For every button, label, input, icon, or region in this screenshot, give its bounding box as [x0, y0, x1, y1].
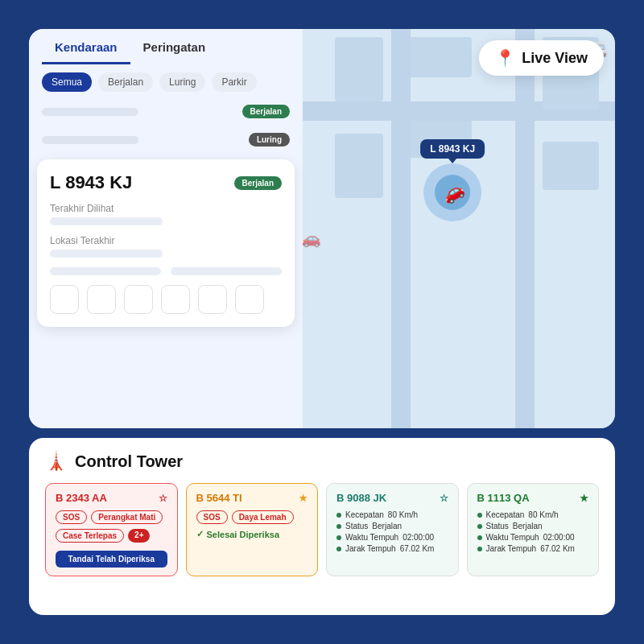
- checkmark-icon: ✓: [196, 529, 204, 539]
- badge-count: 2+: [128, 529, 150, 543]
- control-tower-header: 🗼 Control Tower: [45, 451, 599, 472]
- selesai-label: Selesai Diperiksa: [207, 530, 280, 539]
- ct-info-waktu-3: Waktu Tempuh 02:00:00: [336, 533, 448, 542]
- card-icon-5[interactable]: [198, 285, 227, 314]
- last-seen-label: Terakhir Dilihat: [50, 203, 282, 214]
- ct-star-1[interactable]: ☆: [159, 493, 167, 504]
- dot-4-1: [477, 513, 482, 518]
- ct-info-jarak-3: Jarak Tempuh 67.02 Km: [336, 544, 448, 553]
- ct-card-b2343aa: B 2343 AA ☆ SOS Perangkat Mati Case Terl…: [45, 483, 178, 576]
- pin-icon: 📍: [495, 48, 515, 68]
- map-marker: L 8943 KJ 🚗: [420, 139, 485, 221]
- info-label-3-1: Kecepatan: [345, 510, 384, 519]
- ct-card-title-2: B 5644 TI ★: [196, 492, 308, 504]
- filter-parkir[interactable]: Parkir: [212, 72, 256, 92]
- info-val-3-2: Berjalan: [372, 522, 402, 530]
- info-val-4-1: 80 Km/h: [528, 510, 558, 519]
- card-extra-row: [50, 267, 282, 275]
- ct-info-speed-4: Kecepatan 80 Km/h: [477, 510, 589, 519]
- badge-case-terlepas: Case Terlepas: [56, 529, 124, 543]
- card-icon-1[interactable]: [50, 285, 79, 314]
- vehicle-status-badge: Berjalan: [234, 176, 282, 190]
- ct-badges-1: SOS Perangkat Mati: [56, 510, 167, 524]
- list-item[interactable]: Berjalan: [42, 100, 290, 123]
- info-label-3-3: Waktu Tempuh: [345, 533, 398, 542]
- ct-plate-4: B 1113 QA: [477, 492, 530, 504]
- badge-daya-lemah: Daya Lemah: [232, 510, 294, 524]
- map-tooltip: L 8943 KJ: [420, 139, 485, 159]
- ct-badges-1b: Case Terlepas 2+: [56, 529, 167, 543]
- tower-icon: 🗼: [45, 451, 67, 472]
- ct-star-3[interactable]: ☆: [440, 493, 448, 504]
- badge-sos-2: SOS: [196, 510, 228, 524]
- app-container: Kendaraan Peringatan Semua Berjalan Luri…: [16, 16, 628, 628]
- filter-semua[interactable]: Semua: [42, 72, 92, 92]
- map-block: [335, 134, 383, 198]
- info-val-3-3: 02:00:00: [402, 533, 434, 542]
- filter-luring[interactable]: Luring: [159, 72, 205, 92]
- card-icon-4[interactable]: [161, 285, 190, 314]
- badge-perangkat-mati: Perangkat Mati: [91, 510, 163, 524]
- info-label-3-2: Status: [345, 522, 368, 530]
- tab-bar: Kendaraan Peringatan: [29, 29, 303, 64]
- map-block: [407, 37, 472, 77]
- ct-info-jarak-4: Jarak Tempuh 67.02 Km: [477, 544, 589, 553]
- vehicle-name-skeleton: [42, 108, 138, 116]
- map-block: [335, 37, 383, 101]
- vehicle-circle: 🚗: [423, 163, 481, 221]
- ct-card-b9088jk: B 9088 JK ☆ Kecepatan 80 Km/h Status Ber…: [326, 483, 459, 576]
- status-badge-luring: Luring: [249, 133, 290, 147]
- list-item[interactable]: Luring: [42, 128, 290, 151]
- info-label-4-4: Jarak Tempuh: [486, 544, 537, 553]
- ct-info-status-4: Status Berjalan: [477, 522, 589, 530]
- card-icon-3[interactable]: [124, 285, 153, 314]
- card-header: L 8943 KJ Berjalan: [50, 172, 282, 193]
- last-seen-value: [50, 217, 163, 225]
- ct-star-4[interactable]: ★: [580, 493, 588, 504]
- dot-4-4: [477, 547, 482, 551]
- live-view-label: Live View: [522, 50, 588, 67]
- plate-number: L 8943 KJ: [50, 172, 132, 193]
- card-icon-6[interactable]: [235, 285, 264, 314]
- ct-card-title-1: B 2343 AA ☆: [56, 492, 167, 504]
- left-panel: Kendaraan Peringatan Semua Berjalan Luri…: [29, 29, 303, 428]
- control-tower-section: 🗼 Control Tower B 2343 AA ☆ SOS Perangka…: [29, 438, 615, 615]
- control-tower-cards: B 2343 AA ☆ SOS Perangkat Mati Case Terl…: [45, 483, 599, 576]
- vehicle-name-skeleton: [42, 136, 138, 144]
- map-block: [543, 142, 599, 190]
- ct-card-b1113qa: B 1113 QA ★ Kecepatan 80 Km/h Status Ber…: [467, 483, 600, 576]
- filter-row: Semua Berjalan Luring Parkir: [29, 64, 303, 100]
- live-view-button[interactable]: 📍 Live View: [479, 40, 604, 76]
- status-badge-berjalan: Berjalan: [242, 105, 290, 118]
- info-label-4-2: Status: [486, 522, 509, 530]
- filter-berjalan[interactable]: Berjalan: [98, 72, 153, 92]
- road-v1: [391, 29, 411, 428]
- dot-3-1: [336, 513, 341, 518]
- top-section: Kendaraan Peringatan Semua Berjalan Luri…: [29, 29, 615, 428]
- tab-peringatan[interactable]: Peringatan: [130, 29, 219, 64]
- ct-star-2[interactable]: ★: [299, 493, 308, 504]
- ct-card-b5644ti: B 5644 TI ★ SOS Daya Lemah ✓ Selesai Dip…: [186, 483, 319, 576]
- card-extra-col1: [50, 267, 161, 275]
- dot-3-4: [336, 547, 341, 551]
- ct-card-title-4: B 1113 QA ★: [477, 492, 589, 504]
- vehicle-inner: 🚗: [435, 175, 470, 210]
- info-label-3-4: Jarak Tempuh: [345, 544, 396, 553]
- dot-4-2: [477, 524, 482, 529]
- info-val-4-2: Berjalan: [513, 522, 543, 530]
- ct-selesai: ✓ Selesai Diperiksa: [196, 529, 308, 539]
- info-label-4-3: Waktu Tempuh: [486, 533, 539, 542]
- last-location-value: [50, 250, 163, 258]
- vehicle-card: L 8943 KJ Berjalan Terakhir Dilihat Loka…: [37, 159, 295, 327]
- ct-plate-1: B 2343 AA: [56, 492, 107, 504]
- tab-kendaraan[interactable]: Kendaraan: [42, 29, 130, 64]
- ct-action-btn-1[interactable]: Tandai Telah Diperiksa: [56, 551, 167, 568]
- map-area: 🚐 🚗 L 8943 KJ 🚗 📍 Live View: [303, 29, 615, 428]
- info-val-3-4: 67.02 Km: [400, 544, 435, 553]
- card-icon-2[interactable]: [87, 285, 116, 314]
- ct-info-waktu-4: Waktu Tempuh 02:00:00: [477, 533, 589, 542]
- dot-3-3: [336, 535, 341, 540]
- card-icons-row: [50, 285, 282, 314]
- info-val-4-3: 02:00:00: [543, 533, 575, 542]
- ct-plate-2: B 5644 TI: [196, 492, 242, 504]
